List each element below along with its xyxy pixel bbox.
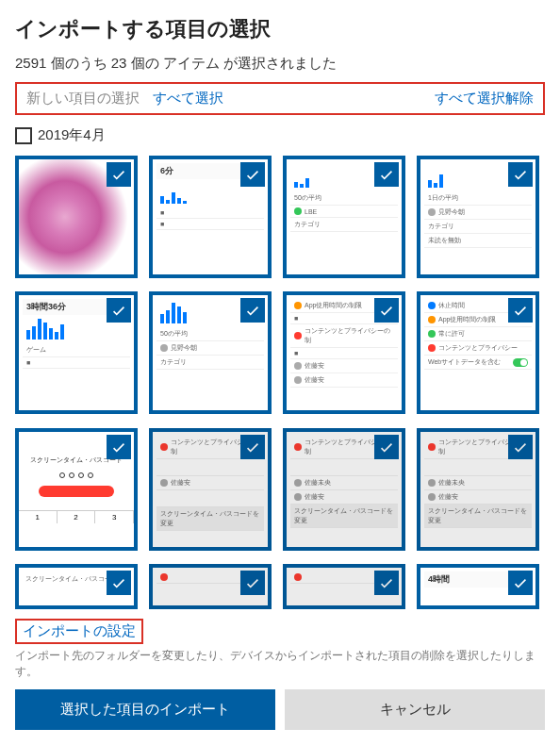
checkmark-icon[interactable] bbox=[374, 435, 399, 459]
selection-label: 新しい項目の選択 bbox=[26, 90, 140, 108]
section-checkbox[interactable] bbox=[15, 127, 32, 144]
checkmark-icon[interactable] bbox=[374, 298, 399, 323]
page-title: インポートする項目の選択 bbox=[15, 15, 545, 43]
thumbnail-item[interactable]: 3時間36分 ゲーム ■ bbox=[15, 291, 138, 414]
thumbnail-item[interactable]: スクリーンタイム・パスコード bbox=[15, 564, 138, 609]
checkmark-icon[interactable] bbox=[508, 571, 533, 595]
checkmark-icon[interactable] bbox=[374, 571, 399, 595]
import-settings-link[interactable]: インポートの設定 bbox=[15, 619, 143, 644]
checkmark-icon[interactable] bbox=[240, 435, 265, 459]
thumbnail-grid: 6分 ■ ■ 50の平均 LBE カテゴリ 1日の平均 見野今朝 カテゴリ 未読… bbox=[15, 156, 545, 611]
thumbnail-item[interactable]: App使用時間の制限 ■ コンテンツとプライバシーの制 ■ 佐藤安 佐藤安 bbox=[283, 291, 405, 414]
checkmark-icon[interactable] bbox=[107, 435, 131, 459]
checkmark-icon[interactable] bbox=[240, 571, 265, 595]
thumbnail-item[interactable]: コンテンツとプライバシーの制 佐藤未央 佐藤安 スクリーンタイム・パスコードを変… bbox=[283, 428, 405, 551]
checkmark-icon[interactable] bbox=[240, 162, 265, 187]
checkmark-icon[interactable] bbox=[508, 435, 533, 459]
thumbnail-item[interactable]: スクリーンタイム・パスコード 123 bbox=[15, 428, 138, 551]
footer: インポートの設定 インポート先のフォルダーを変更したり、デバイスからインポートさ… bbox=[15, 619, 545, 730]
thumbnail-item[interactable] bbox=[283, 564, 405, 609]
thumbnail-item[interactable]: 休止時間 App使用時間の制限 常に許可 コンテンツとプライバシー Webサイト… bbox=[417, 291, 539, 414]
thumbnail-item[interactable]: 6分 ■ ■ bbox=[149, 156, 272, 278]
checkmark-icon[interactable] bbox=[508, 298, 533, 323]
selection-count: 2591 個のうち 23 個の アイテム が選択されました bbox=[15, 55, 545, 73]
checkmark-icon[interactable] bbox=[374, 162, 399, 187]
thumbnail-item[interactable]: 1日の平均 見野今朝 カテゴリ 未読を無効 bbox=[417, 156, 539, 278]
selection-toolbar: 新しい項目の選択 すべて選択 すべて選択解除 bbox=[15, 82, 545, 115]
cancel-button[interactable]: キャンセル bbox=[285, 689, 545, 730]
thumbnail-item[interactable]: コンテンツとプライバシーの制 佐藤安 スクリーンタイム・パスコードを変更 bbox=[149, 428, 272, 551]
section-header: 2019年4月 bbox=[15, 126, 545, 144]
thumbnail-item[interactable]: 50の平均 LBE カテゴリ bbox=[283, 156, 405, 278]
checkmark-icon[interactable] bbox=[107, 571, 131, 595]
thumbnail-item[interactable] bbox=[149, 564, 272, 609]
import-button[interactable]: 選択した項目のインポート bbox=[15, 689, 275, 730]
thumbnail-item[interactable]: 4時間 bbox=[417, 564, 539, 609]
deselect-all-link[interactable]: すべて選択解除 bbox=[435, 90, 534, 108]
thumbnail-item[interactable] bbox=[15, 156, 138, 278]
section-title: 2019年4月 bbox=[38, 126, 106, 144]
thumbnail-item[interactable]: 50の平均 見野今朝 カテゴリ bbox=[149, 291, 272, 414]
checkmark-icon[interactable] bbox=[107, 162, 131, 187]
select-all-link[interactable]: すべて選択 bbox=[153, 90, 223, 108]
import-help-text: インポート先のフォルダーを変更したり、デバイスからインポートされた項目の削除を選… bbox=[15, 648, 545, 680]
checkmark-icon[interactable] bbox=[107, 298, 131, 323]
thumbnail-item[interactable]: コンテンツとプライバシーの制 佐藤未央 佐藤安 スクリーンタイム・パスコードを変… bbox=[417, 428, 539, 551]
checkmark-icon[interactable] bbox=[240, 298, 265, 323]
checkmark-icon[interactable] bbox=[508, 162, 533, 187]
